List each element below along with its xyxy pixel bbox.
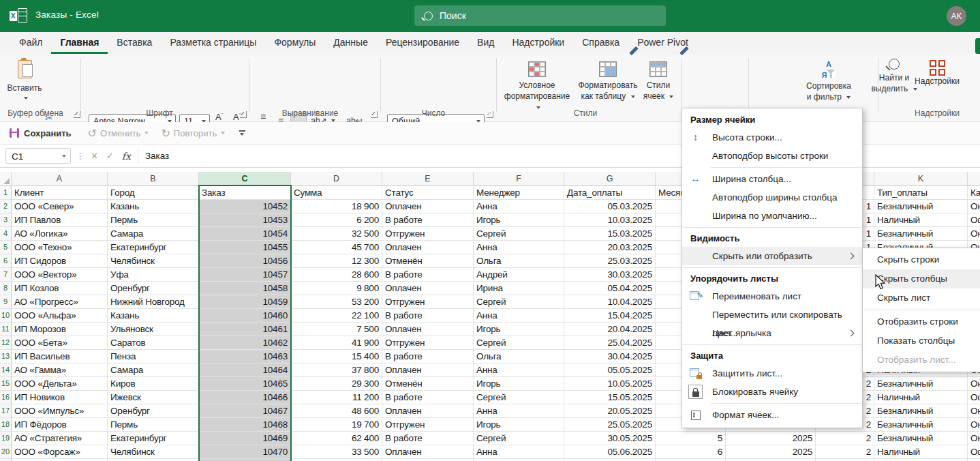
cell[interactable]: Оренбург bbox=[108, 404, 199, 418]
cell[interactable]: Сергей bbox=[474, 391, 564, 404]
search-box[interactable]: Поиск bbox=[414, 5, 666, 26]
ribbon-tab[interactable]: Формулы bbox=[265, 32, 324, 54]
row-header-16[interactable]: 16 bbox=[0, 391, 12, 404]
cell[interactable]: 20.03.2025 bbox=[564, 241, 656, 254]
cell[interactable]: 32 500 bbox=[291, 227, 382, 241]
cell[interactable]: 10458 bbox=[199, 282, 291, 295]
dialog-launcher-icon[interactable] bbox=[487, 111, 493, 118]
redo-chevron-icon[interactable] bbox=[221, 132, 225, 134]
cell[interactable]: Сумма bbox=[291, 186, 382, 200]
cell[interactable]: Казань bbox=[108, 309, 199, 323]
row-header-15[interactable]: 15 bbox=[0, 377, 12, 391]
cancel-icon[interactable]: ✕ bbox=[91, 151, 98, 161]
ribbon-tab[interactable]: Главная bbox=[51, 32, 108, 54]
cell[interactable]: В работе bbox=[382, 309, 474, 323]
cell[interactable]: ООО «Бета» bbox=[12, 336, 108, 350]
cell[interactable]: 2025 bbox=[726, 445, 816, 459]
cell[interactable]: 10468 bbox=[199, 418, 291, 432]
undo-chevron-icon[interactable] bbox=[144, 132, 149, 134]
cell[interactable]: ООО «Альфа» bbox=[12, 309, 108, 323]
cell[interactable]: 53 200 bbox=[291, 295, 382, 309]
cell[interactable]: Заказ bbox=[199, 186, 291, 200]
ribbon-tab[interactable]: Файл bbox=[10, 32, 51, 54]
namebox-splitter[interactable]: ⋮ bbox=[76, 151, 85, 161]
cell[interactable]: 15.05.2025 bbox=[564, 391, 656, 404]
ribbon-tab[interactable]: Надстройки bbox=[503, 32, 573, 54]
format-menu-item[interactable]: Защитить лист... bbox=[682, 364, 862, 383]
cell[interactable]: 30.04.2025 bbox=[564, 350, 656, 363]
row-header-13[interactable]: 13 bbox=[0, 350, 12, 363]
cell[interactable]: Пенза bbox=[108, 350, 199, 363]
enter-icon[interactable]: ✓ bbox=[106, 151, 114, 161]
formula-input[interactable]: Заказ bbox=[145, 151, 169, 161]
conditional-formatting-button[interactable]: Условноеформатирование bbox=[502, 59, 572, 113]
cell[interactable]: Уфа bbox=[108, 268, 199, 282]
format-menu-item[interactable]: Автоподбор ширины столбца bbox=[682, 188, 862, 207]
cell[interactable]: Наличный bbox=[874, 391, 968, 404]
cell[interactable]: 10454 bbox=[199, 227, 291, 241]
cell[interactable]: ООО «Вектор» bbox=[12, 268, 108, 282]
avatar[interactable]: AK bbox=[947, 6, 966, 26]
cell[interactable]: Анна bbox=[474, 404, 564, 418]
cell[interactable]: Андрей bbox=[474, 268, 564, 282]
column-header-L[interactable]: L bbox=[968, 172, 980, 186]
cell[interactable]: Отгружен bbox=[382, 336, 474, 350]
cell[interactable]: ИП Сидоров bbox=[12, 254, 108, 268]
row-header-3[interactable]: 3 bbox=[0, 213, 12, 227]
cell[interactable]: ИП Васильев bbox=[12, 350, 108, 363]
cell[interactable]: Анна bbox=[474, 241, 564, 254]
cell[interactable]: 10462 bbox=[199, 336, 291, 350]
format-as-table-button[interactable]: Форматироватькак таблицу bbox=[574, 59, 642, 102]
insert-function-icon[interactable]: fx bbox=[122, 151, 131, 162]
cell[interactable]: 12 300 bbox=[291, 254, 382, 268]
column-header-C[interactable]: C bbox=[199, 172, 291, 186]
cell[interactable]: 10461 bbox=[199, 323, 291, 336]
cell[interactable]: Ульяновск bbox=[108, 323, 199, 336]
cell[interactable]: Наличный bbox=[874, 213, 968, 227]
addins-button[interactable]: Надстройки bbox=[906, 59, 968, 87]
cell[interactable]: Онлайн bbox=[968, 377, 980, 391]
column-header-G[interactable]: G bbox=[564, 172, 656, 186]
cell[interactable]: Офлайн bbox=[968, 213, 980, 227]
row-header-20[interactable]: 20 bbox=[0, 445, 12, 459]
paste-button[interactable]: Вставить bbox=[7, 59, 42, 108]
row-header-4[interactable]: 4 bbox=[0, 227, 12, 241]
cell[interactable]: Безналичный bbox=[874, 404, 968, 418]
cell[interactable]: В работе bbox=[382, 213, 474, 227]
ribbon-tab[interactable]: Данные bbox=[324, 32, 377, 54]
format-menu-item[interactable]: Формат ячеек... bbox=[682, 406, 862, 424]
cell[interactable]: 9 800 bbox=[291, 282, 382, 295]
cell[interactable]: 6 200 bbox=[291, 213, 382, 227]
cell[interactable]: 33 500 bbox=[291, 445, 382, 459]
cell[interactable]: Игорь bbox=[474, 418, 564, 432]
cell[interactable]: ООО «Дельта» bbox=[12, 377, 108, 391]
row-header-10[interactable]: 10 bbox=[0, 309, 12, 323]
cell[interactable]: Ирина bbox=[474, 282, 564, 295]
cell[interactable]: 41 900 bbox=[291, 336, 382, 350]
sort-filter-button[interactable]: АЯ Сортировкаи фильтр bbox=[796, 59, 861, 102]
cell[interactable]: Оплачен bbox=[382, 323, 474, 336]
cell[interactable]: 10.03.2025 bbox=[564, 213, 656, 227]
row-header-19[interactable]: 19 bbox=[0, 432, 12, 445]
submenu-item[interactable]: Скрыть лист bbox=[863, 288, 980, 308]
cell[interactable]: 10467 bbox=[199, 404, 291, 418]
format-menu-item[interactable]: ↔Ширина столбца... bbox=[682, 170, 862, 188]
row-header-6[interactable]: 6 bbox=[0, 254, 12, 268]
cell[interactable]: 7 500 bbox=[291, 323, 382, 336]
cell[interactable]: Безналичный bbox=[874, 227, 968, 241]
cell[interactable]: 05.04.2025 bbox=[564, 282, 656, 295]
cell[interactable]: Самара bbox=[108, 363, 199, 377]
cell[interactable]: АО «Гамма» bbox=[12, 363, 108, 377]
cell[interactable]: 15 400 bbox=[291, 350, 382, 363]
cell[interactable]: ИП Новиков bbox=[12, 391, 108, 404]
customize-qat-icon[interactable] bbox=[239, 130, 247, 136]
cell[interactable]: Канал bbox=[968, 186, 980, 200]
cell[interactable]: 62 400 bbox=[291, 432, 382, 445]
column-header-F[interactable]: F bbox=[474, 172, 564, 186]
format-menu-item[interactable]: Переместить или скопировать лист... bbox=[682, 306, 862, 324]
cell[interactable]: 18 900 bbox=[291, 200, 382, 213]
column-header-B[interactable]: B bbox=[108, 172, 199, 186]
cell[interactable]: Оплачен bbox=[382, 363, 474, 377]
cell[interactable]: 10456 bbox=[199, 254, 291, 268]
cell[interactable]: Пермь bbox=[108, 213, 199, 227]
